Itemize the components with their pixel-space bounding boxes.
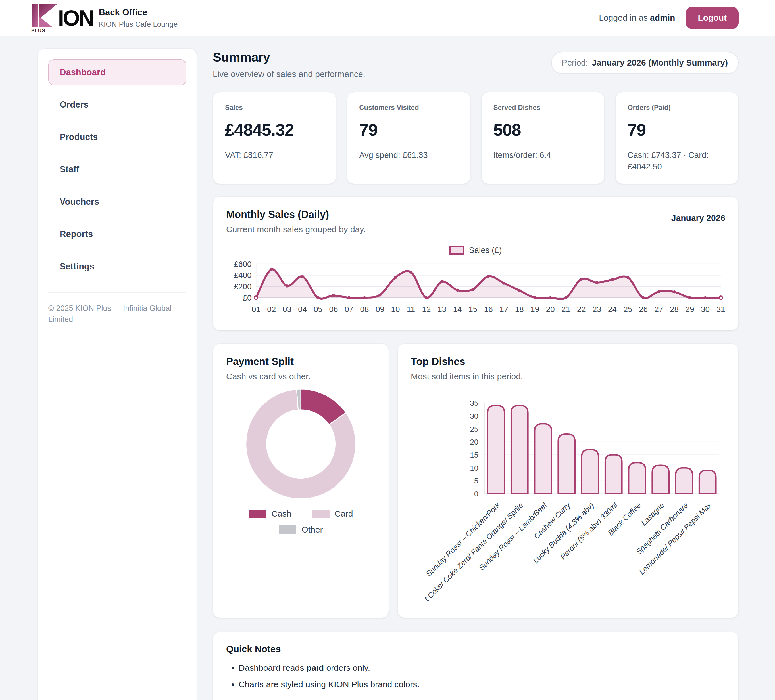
kpi-card-3: Orders (Paid)79Cash: £743.37 · Card: £40… bbox=[615, 92, 738, 184]
donut-legend-item-cash[interactable]: Cash bbox=[249, 509, 291, 519]
monthly-sales-line-chart: £600£400£200£001020304050607080910111213… bbox=[226, 259, 725, 318]
monthly-sales-subtitle: Current month sales grouped by day. bbox=[226, 224, 366, 234]
svg-text:27: 27 bbox=[655, 305, 664, 314]
svg-text:01: 01 bbox=[252, 305, 261, 314]
monthly-sales-title: Monthly Sales (Daily) bbox=[226, 209, 366, 221]
svg-text:31: 31 bbox=[717, 305, 725, 314]
donut-legend-row: CashCard bbox=[226, 509, 376, 519]
logged-in-text: Logged in asadmin bbox=[599, 13, 675, 23]
svg-text:£400: £400 bbox=[234, 271, 252, 280]
svg-text:13: 13 bbox=[437, 305, 446, 314]
kpi-card-1: Customers Visited79Avg spend: £61.33 bbox=[347, 92, 470, 184]
quick-notes-card: Quick Notes Dashboard reads paid orders … bbox=[213, 632, 738, 700]
svg-text:35: 35 bbox=[470, 399, 478, 407]
svg-text:21: 21 bbox=[561, 305, 570, 314]
quick-note-item: Dashboard reads paid orders only. bbox=[239, 663, 725, 673]
kpi-sub: VAT: £816.77 bbox=[225, 149, 324, 161]
logo-ion-text: ION bbox=[58, 7, 93, 29]
top-right: Logged in asadmin Logout bbox=[599, 7, 738, 29]
kpi-card-0: Sales£4845.32VAT: £816.77 bbox=[213, 92, 336, 184]
donut-legend-label: Cash bbox=[271, 509, 291, 519]
period-label: Period: bbox=[562, 58, 588, 68]
svg-text:14: 14 bbox=[453, 305, 462, 314]
main-content: Summary Live overview of sales and perfo… bbox=[213, 48, 738, 700]
logout-button[interactable]: Logout bbox=[686, 7, 738, 29]
payment-split-card: Payment Split Cash vs card vs other. Cas… bbox=[213, 343, 389, 618]
bar-1 bbox=[511, 406, 528, 494]
sidebar-item-settings[interactable]: Settings bbox=[48, 254, 186, 280]
svg-text:t Coke/ Coke Zero/ Fanta Orang: t Coke/ Coke Zero/ Fanta Orange/ Sprite bbox=[423, 501, 525, 603]
quick-notes-list: Dashboard reads paid orders only.Charts … bbox=[239, 663, 725, 689]
mid-row: Payment Split Cash vs card vs other. Cas… bbox=[213, 343, 738, 618]
sidebar-item-staff[interactable]: Staff bbox=[48, 156, 186, 182]
svg-text:23: 23 bbox=[592, 305, 601, 314]
bar-4 bbox=[582, 450, 599, 494]
bar-0 bbox=[488, 406, 504, 494]
line-legend-swatch-icon bbox=[449, 246, 464, 255]
page-head: Summary Live overview of sales and perfo… bbox=[213, 50, 738, 79]
sidebar-item-dashboard[interactable]: Dashboard bbox=[48, 59, 186, 85]
sidebar-item-vouchers[interactable]: Vouchers bbox=[48, 189, 186, 215]
line-chart-legend[interactable]: Sales (£) bbox=[226, 245, 725, 255]
svg-text:20: 20 bbox=[470, 438, 478, 446]
donut-legend-label: Other bbox=[301, 525, 323, 534]
brand-text: Back Office KION Plus Cafe Lounge bbox=[99, 7, 178, 29]
kpi-label: Customers Visited bbox=[359, 104, 458, 111]
svg-text:11: 11 bbox=[407, 305, 415, 314]
svg-text:24: 24 bbox=[608, 305, 617, 314]
line-legend-label: Sales (£) bbox=[469, 245, 502, 255]
donut-legend-item-other[interactable]: Other bbox=[279, 525, 323, 534]
svg-text:£0: £0 bbox=[243, 294, 251, 302]
layout: DashboardOrdersProductsStaffVouchersRepo… bbox=[0, 36, 775, 700]
sidebar-item-orders[interactable]: Orders bbox=[48, 92, 186, 118]
sidebar-footer: © 2025 KION Plus — Infinitia Global Limi… bbox=[48, 303, 186, 325]
svg-text:04: 04 bbox=[298, 305, 307, 314]
donut-legend-item-card[interactable]: Card bbox=[312, 509, 353, 519]
svg-text:15: 15 bbox=[469, 305, 477, 314]
donut-legend-swatch-icon bbox=[279, 526, 296, 534]
svg-text:30: 30 bbox=[701, 305, 710, 314]
svg-text:15: 15 bbox=[470, 451, 478, 459]
kpi-value: 79 bbox=[359, 120, 458, 140]
period-value: January 2026 (Monthly Summary) bbox=[592, 58, 728, 68]
logged-in-user: admin bbox=[650, 13, 675, 22]
monthly-sales-period: January 2026 bbox=[671, 213, 725, 223]
svg-text:10: 10 bbox=[470, 464, 478, 472]
bar-3 bbox=[558, 434, 575, 494]
svg-text:16: 16 bbox=[484, 305, 493, 314]
top-dishes-card: Top Dishes Most sold items in this perio… bbox=[397, 343, 738, 618]
svg-text:19: 19 bbox=[531, 305, 539, 314]
top-dishes-bar-chart: 05101520253035Sunday Roast – Chicken/Por… bbox=[411, 386, 725, 606]
bar-2 bbox=[535, 424, 551, 494]
sidebar-nav: DashboardOrdersProductsStaffVouchersRepo… bbox=[48, 59, 186, 280]
svg-text:26: 26 bbox=[639, 305, 648, 314]
svg-text:03: 03 bbox=[283, 305, 291, 314]
page-subtitle: Live overview of sales and performance. bbox=[213, 69, 365, 79]
bar-7 bbox=[652, 465, 669, 494]
svg-text:18: 18 bbox=[515, 305, 524, 314]
kpi-value: 79 bbox=[627, 120, 727, 140]
svg-text:28: 28 bbox=[670, 305, 679, 314]
payment-split-donut-chart bbox=[226, 385, 376, 507]
svg-text:06: 06 bbox=[329, 305, 338, 314]
period-chip[interactable]: Period: January 2026 (Monthly Summary) bbox=[551, 51, 738, 74]
svg-text:05: 05 bbox=[314, 305, 323, 314]
monthly-sales-head: Monthly Sales (Daily) Current month sale… bbox=[226, 209, 725, 234]
svg-text:£600: £600 bbox=[234, 260, 252, 269]
svg-text:5: 5 bbox=[474, 477, 478, 485]
kion-logo-icon: PLUS bbox=[31, 3, 59, 33]
top-dishes-subtitle: Most sold items in this period. bbox=[411, 372, 725, 381]
sidebar-item-products[interactable]: Products bbox=[48, 124, 186, 150]
monthly-sales-card: Monthly Sales (Daily) Current month sale… bbox=[213, 196, 738, 330]
kpi-label: Served Dishes bbox=[494, 104, 592, 111]
svg-text:02: 02 bbox=[267, 305, 276, 314]
kpi-label: Orders (Paid) bbox=[627, 104, 727, 111]
donut-legend-swatch-icon bbox=[312, 509, 329, 518]
sidebar-item-reports[interactable]: Reports bbox=[48, 221, 186, 247]
payment-split-subtitle: Cash vs card vs other. bbox=[226, 372, 376, 381]
svg-text:£200: £200 bbox=[234, 282, 252, 291]
svg-text:17: 17 bbox=[499, 305, 508, 314]
svg-text:20: 20 bbox=[546, 305, 555, 314]
donut-legend-swatch-icon bbox=[249, 509, 266, 518]
svg-text:25: 25 bbox=[470, 425, 478, 433]
